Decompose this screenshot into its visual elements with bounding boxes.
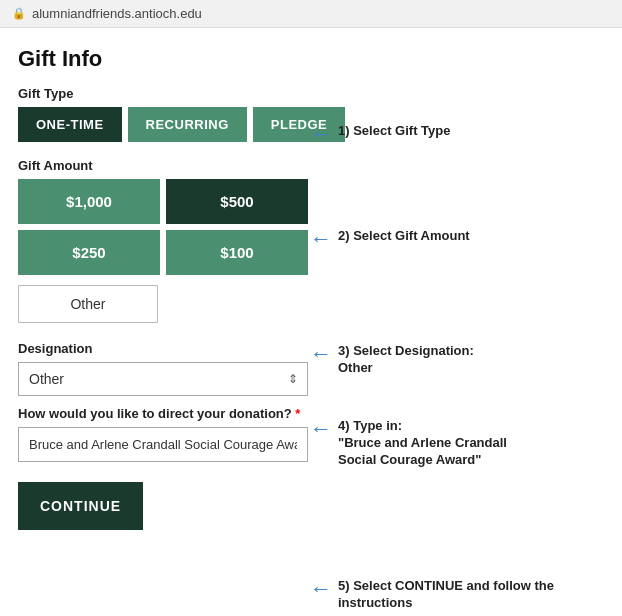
- arrow-5: ←: [310, 578, 332, 600]
- lock-icon: 🔒: [12, 7, 26, 20]
- designation-select-wrap: Other General Fund Scholarship Athletics: [18, 362, 308, 396]
- page-title: Gift Info: [18, 46, 604, 72]
- continue-section: CONTINUE: [18, 482, 604, 530]
- arrow-3: ←: [310, 343, 332, 365]
- gift-type-one-time[interactable]: ONE-TIME: [18, 107, 122, 142]
- ann-text-1: 1) Select Gift Type: [338, 123, 450, 140]
- gift-amount-grid: $1,000 $500 $250 $100: [18, 179, 308, 275]
- donation-direction-input[interactable]: [18, 427, 308, 462]
- gift-amount-label: Gift Amount: [18, 158, 604, 173]
- arrow-4: ←: [310, 418, 332, 440]
- amount-500[interactable]: $500: [166, 179, 308, 224]
- required-indicator: *: [295, 406, 300, 421]
- gift-type-recurring[interactable]: RECURRING: [128, 107, 247, 142]
- annotation-1: ← 1) Select Gift Type: [310, 123, 450, 145]
- ann-text-3: 3) Select Designation:Other: [338, 343, 474, 377]
- main-content: Gift Info Gift Type ONE-TIME RECURRING P…: [0, 28, 622, 554]
- designation-select[interactable]: Other General Fund Scholarship Athletics: [18, 362, 308, 396]
- ann-text-2: 2) Select Gift Amount: [338, 228, 470, 245]
- amount-250[interactable]: $250: [18, 230, 160, 275]
- ann-text-4: 4) Type in:"Bruce and Arlene CrandallSoc…: [338, 418, 507, 469]
- amount-1000[interactable]: $1,000: [18, 179, 160, 224]
- arrow-2: ←: [310, 228, 332, 250]
- annotation-3: ← 3) Select Designation:Other: [310, 343, 474, 377]
- url-text: alumniandfriends.antioch.edu: [32, 6, 202, 21]
- annotation-4: ← 4) Type in:"Bruce and Arlene CrandallS…: [310, 418, 507, 469]
- annotation-2: ← 2) Select Gift Amount: [310, 228, 470, 250]
- gift-type-label: Gift Type: [18, 86, 604, 101]
- ann-text-5: 5) Select CONTINUE and follow the instru…: [338, 578, 605, 612]
- continue-button[interactable]: CONTINUE: [18, 482, 143, 530]
- browser-bar: 🔒 alumniandfriends.antioch.edu: [0, 0, 622, 28]
- amount-100[interactable]: $100: [166, 230, 308, 275]
- arrow-1: ←: [310, 123, 332, 145]
- amount-other[interactable]: Other: [18, 285, 158, 323]
- annotation-5: ← 5) Select CONTINUE and follow the inst…: [310, 578, 605, 612]
